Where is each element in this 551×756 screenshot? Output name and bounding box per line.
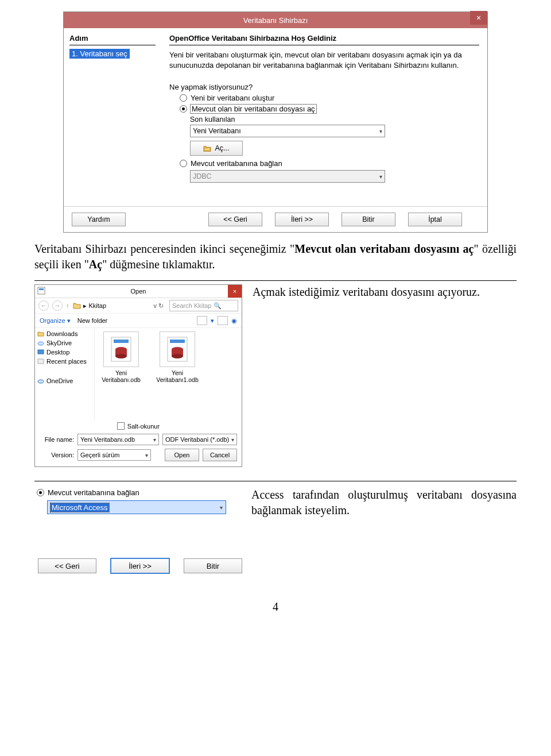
db-type-combo[interactable]: Microsoft Access ▾ [47,500,226,514]
radio-icon [180,94,187,102]
open-titlebar: Open × [35,285,242,298]
open-confirm-button[interactable]: Open [165,449,199,461]
radio-create-new[interactable]: Yeni bir veritabanı oluştur [180,94,479,102]
connect-panel: Mevcut veritabanına bağlan Microsoft Acc… [34,487,241,577]
close-icon[interactable]: × [228,285,242,298]
back-button[interactable]: << Geri [208,213,262,226]
radio-connect-existing[interactable]: Mevcut veritabanına bağlan [180,159,479,168]
paragraph-1: Veritabanı Sihirbazı penceresinden ikinc… [34,241,517,272]
wizard-question: Ne yapmak istiyorsunuz? [169,83,479,91]
version-select[interactable]: Geçerli sürüm ▾ [77,449,151,461]
paragraph-2: Açmak istediğimiz veritabanı dosyasını a… [253,284,517,300]
svg-rect-3 [38,350,44,354]
up-arrow-icon[interactable]: ↑ [66,302,69,309]
chevron-down-icon: ▾ [379,173,382,180]
open-cancel-button[interactable]: Cancel [203,449,237,461]
svg-point-2 [38,342,44,345]
radio-icon [180,160,187,167]
filename-input[interactable]: Yeni Veritabanı.odb ▾ [77,434,159,445]
page-number: 4 [34,600,517,614]
svg-rect-7 [114,340,129,343]
organize-menu[interactable]: Organize ▾ [40,317,71,325]
tree-downloads[interactable]: Downloads [37,330,92,337]
tree-desktop[interactable]: Desktop [37,349,92,356]
open-button[interactable]: Aç... [190,141,243,156]
wizard-steps-panel: Adım 1. Veritabanı seç [64,28,161,206]
radio-connect-existing[interactable]: Mevcut veritabanına bağlan [37,488,241,497]
file-item[interactable]: Yeni Veritabanı.odb [98,331,144,383]
cancel-button[interactable]: İptal [408,213,462,226]
wizard-intro: Yeni bir veritabanı oluşturmak için, mev… [169,50,479,70]
file-pane: Yeni Veritabanı.odb Yeni [95,328,242,420]
filename-label: File name: [40,436,74,443]
folder-icon [203,145,211,152]
help-button[interactable]: Yardım [72,213,126,226]
svg-point-15 [172,354,183,358]
view-icon[interactable] [197,316,207,325]
chevron-down-icon: ▾ [153,437,156,443]
paragraph-3: Access tarafından oluşturulmuş veritaban… [251,487,517,518]
database-file-icon [167,337,188,362]
tree-skydrive[interactable]: SkyDrive [37,340,92,346]
cloud-icon [37,340,44,346]
version-label: Version: [40,452,74,458]
svg-rect-0 [38,287,45,294]
search-input[interactable]: Search Kkitap 🔍 [169,300,238,311]
finish-button[interactable]: Bitir [184,558,242,573]
wizard-title: Veritabanı Sihirbazı [243,16,308,25]
help-icon[interactable]: ◉ [231,317,237,325]
back-button[interactable]: << Geri [38,558,96,573]
readonly-row[interactable]: Salt-okunur [35,420,242,432]
tree-recent[interactable]: Recent places [37,358,92,365]
svg-point-10 [115,354,127,358]
chevron-down-icon: ▾ [231,437,234,443]
file-item[interactable]: Yeni Veritabanı1.odb [154,331,200,383]
svg-point-5 [38,380,44,383]
folder-icon [37,331,44,337]
open-toolbar: Organize ▾ New folder ▾ ◉ [35,314,242,328]
search-icon: 🔍 [214,302,222,310]
recent-label: Son kullanılan [190,115,479,124]
breadcrumb[interactable]: ▸ Kkitap [73,302,148,310]
panel3-footer: << Geri İleri >> Bitir [34,554,241,577]
next-button[interactable]: İleri >> [110,558,170,574]
back-arrow-icon[interactable]: ← [38,300,49,311]
next-button[interactable]: İleri >> [275,213,329,226]
svg-rect-12 [170,340,185,343]
chevron-down-icon: ▾ [145,452,148,458]
forward-arrow-icon[interactable]: → [52,300,63,311]
recent-icon [37,358,44,364]
chevron-down-icon: ▾ [220,504,223,511]
radio-open-existing[interactable]: Mevcut olan bir veritabanı dosyası aç [180,105,479,113]
wizard-welcome: OpenOffice Veritabanı Sihirbazına Hoş Ge… [169,34,479,43]
finish-button[interactable]: Bitir [342,213,395,226]
tree-onedrive[interactable]: OneDrive [37,377,92,384]
wizard-titlebar: Veritabanı Sihirbazı × [64,12,487,28]
cloud-icon [37,378,44,384]
view-icon[interactable] [218,316,228,325]
connect-type-combo: JDBC ▾ [190,170,385,183]
svg-rect-4 [38,359,44,364]
open-dialog: Open × ← → ↑ ▸ Kkitap v ↻ Search Kkitap … [34,284,242,467]
database-file-icon [111,337,131,362]
newfolder-button[interactable]: New folder [77,317,108,324]
folder-icon [73,302,81,309]
open-title: Open [131,288,146,295]
desktop-icon [37,349,44,355]
wizard-footer: Yardım << Geri İleri >> Bitir İptal [64,206,487,232]
folder-tree: Downloads SkyDrive Desktop Recent places… [35,328,95,420]
refresh-icon[interactable]: v ↻ [151,302,166,310]
radio-icon [180,105,187,113]
open-nav: ← → ↑ ▸ Kkitap v ↻ Search Kkitap 🔍 [35,298,242,314]
checkbox-icon [117,422,125,430]
filetype-select[interactable]: ODF Veritabani (*.odb) ▾ [162,434,237,445]
close-icon[interactable]: × [470,11,487,25]
app-icon [37,287,45,295]
chevron-down-icon: ▾ [379,128,382,134]
step-1[interactable]: 1. Veritabanı seç [69,49,130,59]
svg-rect-1 [39,288,44,290]
steps-header: Adım [69,34,156,43]
radio-icon [37,489,44,496]
db-wizard-window: Veritabanı Sihirbazı × Adım 1. Veritaban… [63,11,488,233]
recent-combo[interactable]: Yeni Veritabanı ▾ [190,125,385,137]
